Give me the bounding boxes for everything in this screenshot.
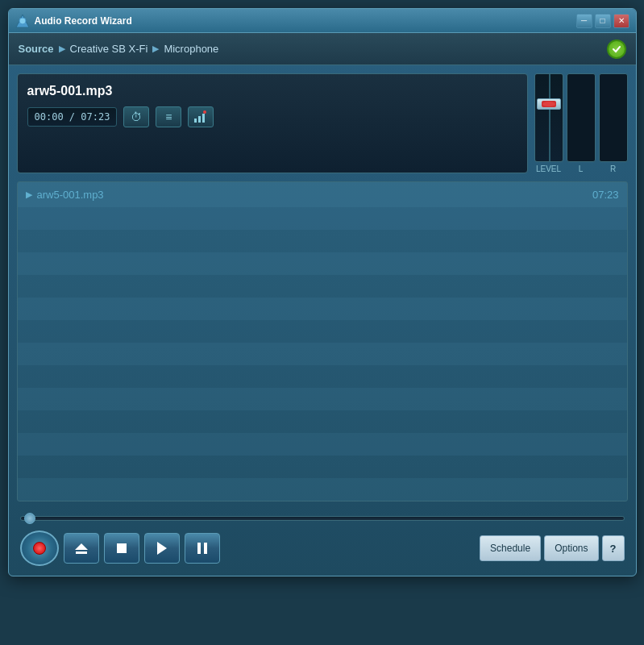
stop-button[interactable] <box>104 533 139 564</box>
bookmark-button[interactable]: ⏱ <box>123 106 149 127</box>
list-item <box>18 478 627 501</box>
l-label: L <box>579 164 584 173</box>
action-buttons: Schedule Options ? <box>480 535 624 561</box>
minimize-button[interactable]: ─ <box>576 14 592 28</box>
source-bar: Source ▶ Creative SB X-Fi ▶ Microphone <box>9 33 636 65</box>
record-dot-icon <box>33 542 46 555</box>
player-section: arw5-001.mp3 00:00 / 07:23 ⏱ ≡ <box>17 73 528 173</box>
svg-rect-4 <box>202 114 205 123</box>
play-indicator-icon: ▶ <box>26 189 32 200</box>
eject-button[interactable] <box>64 533 99 564</box>
svg-marker-9 <box>157 542 167 555</box>
list-item <box>18 410 627 433</box>
list-item <box>18 298 627 320</box>
play-icon <box>156 541 168 556</box>
level-meter-container: LEVEL <box>534 73 563 173</box>
list-item <box>18 207 627 230</box>
list-item <box>18 456 627 478</box>
maximize-button[interactable]: □ <box>595 14 611 28</box>
level-slider[interactable] <box>534 73 563 162</box>
pause-icon <box>196 541 209 556</box>
svg-point-5 <box>203 110 206 114</box>
level-label: LEVEL <box>536 164 561 173</box>
list-item <box>18 365 627 388</box>
app-icon <box>15 14 30 28</box>
schedule-button[interactable]: Schedule <box>480 535 541 561</box>
time-display: 00:00 / 07:23 <box>27 107 118 127</box>
svg-rect-3 <box>198 116 201 123</box>
svg-point-1 <box>19 18 26 24</box>
help-button[interactable]: ? <box>602 535 625 561</box>
signal-icon <box>193 110 208 123</box>
progress-thumb[interactable] <box>24 513 35 524</box>
title-bar: Audio Record Wizard ─ □ ✕ <box>9 9 636 33</box>
record-button[interactable] <box>20 531 59 566</box>
svg-rect-11 <box>204 543 207 554</box>
stop-icon <box>115 542 128 555</box>
source-label: Source <box>19 43 54 55</box>
svg-rect-8 <box>117 543 127 553</box>
title-buttons: ─ □ ✕ <box>576 14 629 28</box>
current-track-name: arw5-001.mp3 <box>27 84 517 98</box>
window-title: Audio Record Wizard <box>35 15 132 27</box>
list-item <box>18 252 627 275</box>
loop-button[interactable]: ≡ <box>156 106 181 127</box>
close-button[interactable]: ✕ <box>613 14 629 28</box>
track-duration: 07:23 <box>592 189 619 201</box>
time-bar: 00:00 / 07:23 ⏱ ≡ <box>27 106 517 127</box>
play-button[interactable] <box>144 533 180 564</box>
list-item <box>18 320 627 343</box>
source-microphone: Microphone <box>164 43 218 55</box>
svg-rect-7 <box>76 551 87 554</box>
level-slider-thumb[interactable] <box>537 98 561 110</box>
l-vu-meter <box>567 73 596 162</box>
list-item <box>18 343 627 365</box>
l-meter-container: L <box>567 73 596 173</box>
source-status-icon <box>607 40 626 59</box>
r-meter-container: R <box>599 73 628 173</box>
progress-bar[interactable] <box>20 516 625 521</box>
table-row[interactable]: ▶ arw5-001.mp3 07:23 <box>18 182 627 207</box>
pause-button[interactable] <box>185 533 220 564</box>
options-button[interactable]: Options <box>544 535 598 561</box>
source-device: Creative SB X-Fi <box>70 43 148 55</box>
info-button[interactable] <box>188 106 214 127</box>
meters-section: LEVEL L R <box>534 73 628 173</box>
list-item <box>18 230 627 252</box>
r-vu-meter <box>599 73 628 162</box>
svg-rect-2 <box>194 119 197 123</box>
svg-rect-10 <box>197 543 201 554</box>
main-area: arw5-001.mp3 00:00 / 07:23 ⏱ ≡ <box>9 65 636 181</box>
eject-icon <box>73 541 89 556</box>
check-icon <box>612 44 621 54</box>
title-bar-left: Audio Record Wizard <box>15 14 132 28</box>
list-item <box>18 275 627 298</box>
source-arrow-1: ▶ <box>59 44 65 54</box>
transport-area: Schedule Options ? <box>9 524 636 576</box>
source-arrow-2: ▶ <box>152 44 159 54</box>
empty-rows <box>18 207 627 501</box>
progress-area <box>9 510 636 524</box>
track-filename: arw5-001.mp3 <box>37 189 592 201</box>
main-window: Audio Record Wizard ─ □ ✕ Source ▶ Creat… <box>8 8 637 576</box>
r-label: R <box>610 164 616 173</box>
svg-marker-6 <box>75 543 88 550</box>
list-item <box>18 388 627 410</box>
list-item <box>18 433 627 456</box>
track-list: ▶ arw5-001.mp3 07:23 <box>17 181 628 501</box>
